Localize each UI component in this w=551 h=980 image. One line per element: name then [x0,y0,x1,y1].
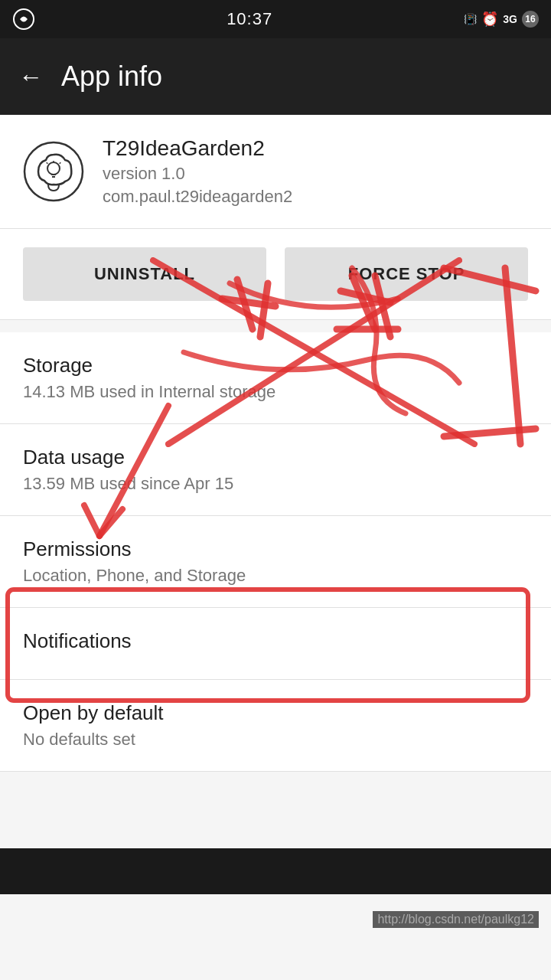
spacer-1 [0,320,551,332]
open-by-default-title: Open by default [23,701,528,725]
bottom-bar [0,848,551,894]
status-bar-right: 📳 ⏰ 3G 16 [464,11,539,28]
status-bar-left [12,8,35,31]
permissions-title: Permissions [23,537,528,561]
status-bar: 10:37 📳 ⏰ 3G 16 [0,0,551,38]
network-label: 3G [503,13,517,25]
data-usage-subtitle: 13.59 MB used since Apr 15 [23,474,528,494]
app-icon [23,141,84,202]
notifications-title: Notifications [23,629,528,653]
battery-badge: 16 [522,11,539,28]
app-logo-icon [12,8,35,31]
data-usage-row[interactable]: Data usage 13.59 MB used since Apr 15 [0,424,551,516]
notifications-row[interactable]: Notifications [0,608,551,680]
page-title: App info [61,60,162,93]
storage-row[interactable]: Storage 14.13 MB used in Internal storag… [0,332,551,424]
data-usage-title: Data usage [23,446,528,469]
uninstall-button[interactable]: UNINSTALL [23,247,266,301]
force-stop-button[interactable]: FORCE STOP [285,247,528,301]
app-package: com.paul.t29ideagarden2 [103,187,292,207]
alarm-icon: ⏰ [481,11,498,28]
permissions-row[interactable]: Permissions Location, Phone, and Storage [0,516,551,608]
status-time: 10:37 [227,9,272,29]
back-button[interactable]: ← [18,63,43,91]
watermark: http://blog.csdn.net/paulkg12 [373,911,539,928]
storage-title: Storage [23,354,528,377]
vibrate-icon: 📳 [464,13,477,25]
open-by-default-row[interactable]: Open by default No defaults set [0,680,551,772]
storage-subtitle: 14.13 MB used in Internal storage [23,382,528,402]
svg-line-6 [47,162,47,164]
app-details: T29IdeaGarden2 version 1.0 com.paul.t29i… [103,136,292,207]
open-by-default-subtitle: No defaults set [23,730,528,750]
permissions-subtitle: Location, Phone, and Storage [23,566,528,586]
app-version: version 1.0 [103,164,292,184]
svg-point-1 [24,142,83,201]
app-info-section: T29IdeaGarden2 version 1.0 com.paul.t29i… [0,115,551,229]
buttons-section: UNINSTALL FORCE STOP [0,229,551,320]
svg-point-2 [47,162,60,175]
app-name: T29IdeaGarden2 [103,136,292,161]
page-bg-fill [0,772,551,848]
app-bar: ← App info [0,38,551,115]
app-icon-container [23,141,84,202]
svg-line-7 [60,162,60,164]
